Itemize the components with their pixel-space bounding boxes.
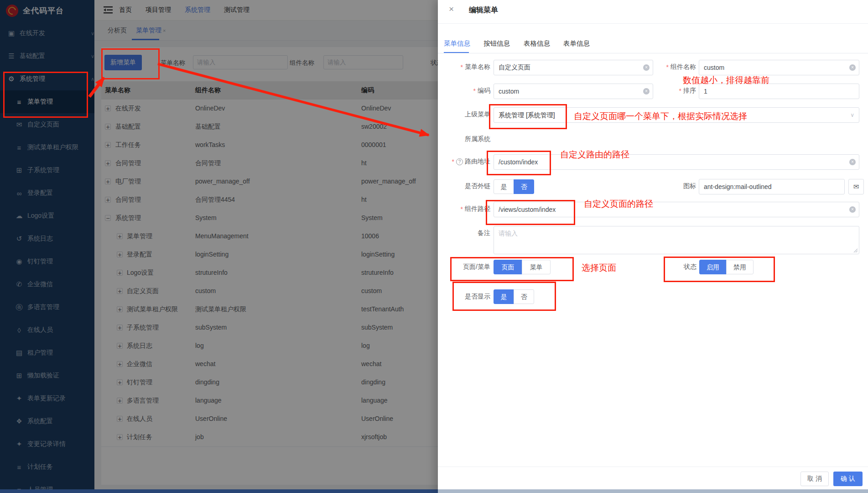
drawer-tab-1[interactable]: 按钮信息 bbox=[483, 39, 510, 48]
required-asterisk: * bbox=[461, 205, 463, 213]
page-menu-toggle: 页面菜单 bbox=[494, 260, 551, 274]
required-asterisk: * bbox=[461, 63, 463, 71]
clear-icon[interactable]: × bbox=[849, 206, 856, 213]
status-toggle: 启用禁用 bbox=[699, 260, 754, 274]
drawer-mask[interactable] bbox=[0, 0, 438, 493]
component-path-label: * 组件路径 bbox=[438, 205, 490, 213]
drawer-tab-0[interactable]: 菜单信息 bbox=[444, 39, 470, 48]
menu-name-input[interactable] bbox=[494, 60, 653, 75]
toggle-option-是[interactable]: 是 bbox=[494, 179, 514, 194]
toggle-option-是[interactable]: 是 bbox=[494, 289, 514, 304]
code-input[interactable] bbox=[494, 84, 653, 99]
drawer-title: 编辑菜单 bbox=[469, 5, 498, 15]
confirm-button[interactable]: 确 认 bbox=[833, 472, 863, 486]
parent-menu-label: 上级菜单 bbox=[438, 110, 490, 119]
footer-divider bbox=[438, 467, 868, 467]
remark-label: 备注 bbox=[438, 229, 490, 237]
edit-menu-drawer: × 编辑菜单 菜单信息按钮信息表格信息表单信息 * 菜单名称 × * 组件名称 … bbox=[438, 0, 868, 493]
toggle-option-禁用[interactable]: 禁用 bbox=[726, 260, 754, 274]
toggle-option-启用[interactable]: 启用 bbox=[699, 260, 727, 274]
external-link-label: 是否外链 bbox=[438, 182, 490, 190]
remark-textarea[interactable] bbox=[494, 226, 859, 254]
mail-icon-button[interactable]: ✉ bbox=[848, 179, 864, 194]
clear-icon[interactable]: × bbox=[849, 159, 856, 165]
status-label: 状态 bbox=[666, 263, 696, 271]
close-icon[interactable]: × bbox=[449, 4, 454, 14]
visible-label: 是否显示 bbox=[438, 293, 490, 301]
component-name-input[interactable] bbox=[699, 60, 859, 75]
external-link-toggle: 是否 bbox=[494, 179, 534, 194]
clear-icon[interactable]: × bbox=[849, 64, 856, 71]
system-label: 所属系统 bbox=[438, 135, 490, 143]
drawer-tab-border bbox=[438, 53, 868, 53]
resize-handle-icon[interactable] bbox=[853, 248, 858, 253]
toggle-option-页面[interactable]: 页面 bbox=[494, 260, 522, 274]
toggle-option-菜单[interactable]: 菜单 bbox=[522, 260, 551, 274]
sort-label: * 排序 bbox=[639, 87, 696, 95]
toggle-option-否[interactable]: 否 bbox=[514, 179, 534, 194]
drawer-tab-2[interactable]: 表格信息 bbox=[524, 39, 550, 48]
component-path-input[interactable] bbox=[494, 202, 859, 217]
required-asterisk: * bbox=[666, 63, 669, 71]
required-asterisk: * bbox=[679, 87, 681, 94]
cancel-button[interactable]: 取 消 bbox=[800, 472, 829, 486]
sort-input[interactable] bbox=[699, 84, 859, 99]
toggle-option-否[interactable]: 否 bbox=[514, 289, 534, 304]
component-name-label: * 组件名称 bbox=[639, 63, 696, 71]
visible-toggle: 是否 bbox=[494, 289, 534, 304]
menu-name-label: * 菜单名称 bbox=[438, 63, 490, 71]
drawer-tab-3[interactable]: 表单信息 bbox=[563, 39, 590, 48]
route-input[interactable] bbox=[494, 154, 859, 170]
route-label: * ? 路由地址 bbox=[438, 157, 490, 166]
header-divider bbox=[438, 23, 868, 24]
icon-field-label: 图标 bbox=[639, 182, 696, 190]
drawer-bottom-strip bbox=[438, 489, 868, 493]
page-menu-label: 页面/菜单 bbox=[438, 263, 490, 271]
required-asterisk: * bbox=[452, 158, 454, 165]
code-label: * 编码 bbox=[438, 87, 490, 95]
chevron-down-icon: ∨ bbox=[850, 108, 854, 122]
parent-menu-select[interactable]: 系统管理 [系统管理] ∨ bbox=[494, 107, 859, 123]
help-circle-icon: ? bbox=[456, 158, 463, 165]
icon-input[interactable] bbox=[699, 179, 845, 194]
required-asterisk: * bbox=[473, 87, 476, 94]
